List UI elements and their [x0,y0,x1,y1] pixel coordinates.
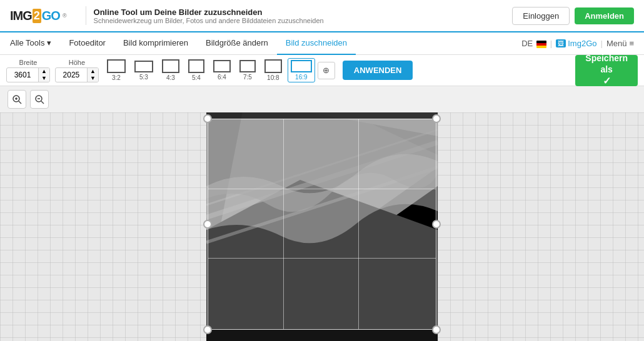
lang-label[interactable]: DE [521,39,546,48]
crop-shade-top [206,112,438,119]
grid-v1 [283,119,284,329]
top-bar-actions: Einloggen Anmelden [512,7,634,25]
save-line1: Speichern [585,52,628,64]
zoom-bar [0,86,644,112]
svg-line-1 [19,101,21,104]
canvas-area[interactable] [0,112,644,341]
width-input[interactable] [7,69,38,81]
ratio-custom-button[interactable]: ⊕ [318,62,335,79]
ratio-btn-16-9[interactable]: 16:9 [288,58,315,82]
top-bar: IMG 2 GO ® Online Tool um Deine Bilder z… [0,0,644,32]
height-input[interactable] [56,69,87,81]
save-button[interactable]: Speichern als ✓ [575,55,638,86]
height-label: Höhe [69,59,85,66]
handle-bottom-right[interactable] [432,325,441,334]
save-line2: als [600,64,612,75]
svg-line-5 [41,101,44,104]
menu-button[interactable]: Menü ≡ [606,39,634,48]
header-title: Online Tool um Deine Bilder zuzuschneide… [94,7,324,17]
handle-top-left[interactable] [203,114,212,123]
ratio-icon-10-8 [264,59,282,73]
handle-bottom-left[interactable] [203,325,212,334]
grid-h1 [208,189,436,189]
logo[interactable]: IMG 2 GO ® [10,9,67,23]
header-text: Online Tool um Deine Bilder zuzuschneide… [94,7,324,24]
handle-mid-left[interactable] [203,220,212,229]
zoom-out-icon [34,94,44,104]
header-subtitle: Schneidewerkzeug um Bilder, Fotos und an… [94,17,324,24]
nav-all-tools[interactable]: Alle Tools ▾ [10,32,60,55]
img2go-link[interactable]: 🖼 Img2Go [556,39,596,48]
width-label: Breite [19,59,38,66]
ratio-icon-5-3 [134,61,153,72]
zoom-in-icon [12,94,22,104]
ratio-btn-5-3[interactable]: 5:3 [131,59,156,82]
ratio-buttons: 3:2 5:3 4:3 5:4 6:4 7:5 10:8 [104,57,335,83]
ratio-icon-3-2 [107,59,126,73]
separator-1: | [550,39,552,48]
ratio-icon-4-3 [162,59,179,73]
nav-bar: Alle Tools ▾ Fotoeditor Bild komprimiere… [0,32,644,55]
apply-button[interactable]: ANWENDEN [343,61,413,80]
height-control: Höhe ▲ ▼ [55,59,99,82]
ratio-btn-6-4[interactable]: 6:4 [210,58,234,82]
ratio-icon-7-5 [239,60,256,72]
toolbar: Breite ▲ ▼ Höhe ▲ ▼ 3:2 5:3 [0,55,644,86]
ratio-icon-16-9 [291,60,312,72]
nav-resize[interactable]: Bildgröße ändern [197,32,277,55]
img2go-icon: 🖼 [556,39,566,47]
register-button[interactable]: Anmelden [575,7,634,24]
nav-photo-editor[interactable]: Fotoeditor [60,32,114,55]
ratio-btn-4-3[interactable]: 4:3 [159,57,183,83]
nav-right: DE | 🖼 Img2Go | Menü ≡ [521,39,634,48]
width-down-button[interactable]: ▼ [39,75,49,82]
nav-compress[interactable]: Bild komprimieren [114,32,197,55]
ratio-btn-3-2[interactable]: 3:2 [104,57,129,83]
separator-2: | [600,39,602,48]
zoom-in-button[interactable] [8,90,26,109]
grid-v2 [358,119,359,329]
width-up-button[interactable]: ▲ [39,68,49,75]
grid-h2 [208,258,436,259]
nav-crop[interactable]: Bild zuschneiden [277,32,356,55]
crop-shade-bottom [206,330,438,341]
login-button[interactable]: Einloggen [512,7,570,25]
main-content [0,86,644,341]
zoom-out-button[interactable] [30,90,49,109]
handle-mid-right[interactable] [432,220,441,229]
handle-top-right[interactable] [432,114,441,123]
ratio-btn-10-8[interactable]: 10:8 [261,57,285,83]
flag-icon [536,41,546,48]
crop-selection[interactable] [208,119,436,330]
ratio-icon-5-4 [188,59,204,73]
ratio-btn-5-4[interactable]: 5:4 [185,57,208,83]
ratio-btn-7-5[interactable]: 7:5 [236,58,259,82]
height-down-button[interactable]: ▼ [88,75,98,82]
crop-container[interactable] [206,112,438,341]
height-up-button[interactable]: ▲ [88,68,98,75]
width-control: Breite ▲ ▼ [6,59,50,82]
ratio-icon-6-4 [213,60,231,72]
